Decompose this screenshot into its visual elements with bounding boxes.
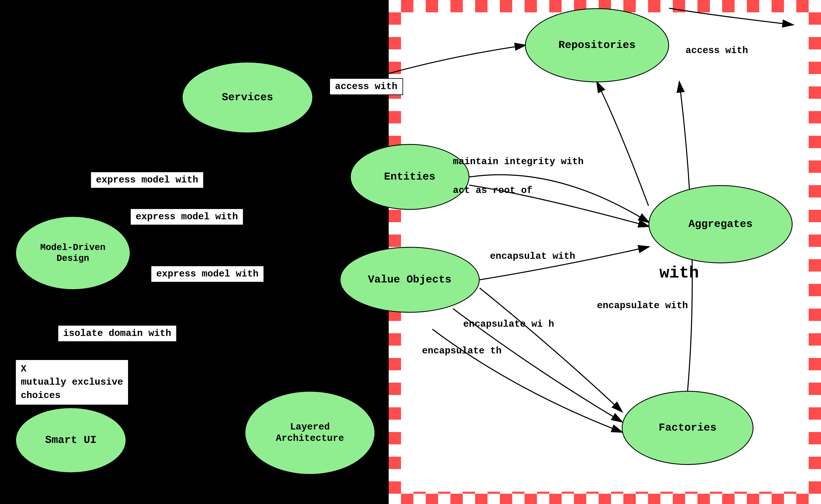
aggregates-node: Aggregates (649, 185, 793, 263)
model-driven-design-node: Model-DrivenDesign (15, 216, 130, 290)
encapsulate-with-label-1: encapsulat with (490, 251, 575, 262)
services-node: Services (182, 62, 313, 133)
access-with-label-2: access with (686, 45, 748, 56)
encapsulate-with-label-3: encapsulate wi h (463, 319, 554, 330)
access-with-label-1: access with (329, 78, 403, 95)
value-objects-node: Value Objects (340, 247, 480, 313)
express-model-with-label-2: express model with (130, 208, 244, 225)
isolate-domain-with-label: isolate domain with (58, 325, 177, 342)
maintain-integrity-label: maintain integrity with (453, 156, 583, 167)
layered-architecture-node: LayeredArchitecture (245, 391, 375, 475)
express-model-with-label-3: express model with (151, 266, 264, 282)
encapsulate-with-label-4: encapsulate th (422, 346, 501, 356)
entities-node: Entities (350, 144, 469, 210)
repositories-node: Repositories (525, 8, 669, 82)
smart-ui-node: Smart UI (15, 407, 126, 473)
factories-node: Factories (622, 391, 754, 465)
express-model-with-label-1: express model with (90, 172, 204, 188)
encapsulate-with-label-2: encapsulate with (597, 300, 688, 311)
mutually-exclusive-label: Xmutually exclusivechoices (15, 359, 129, 405)
with-label: with (660, 264, 699, 282)
act-as-root-label: act as root of (453, 185, 532, 196)
